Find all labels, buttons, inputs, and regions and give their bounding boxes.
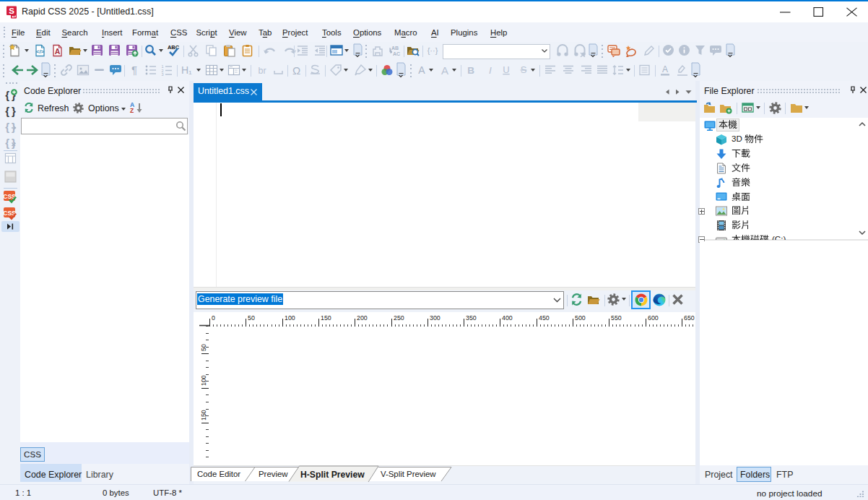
svg-text:AC: AC [393,51,400,56]
svg-text:550: 550 [611,314,622,322]
svg-text:100: 100 [285,314,295,322]
svg-text:U: U [503,64,509,75]
svg-text:{ }: { } [5,137,16,149]
svg-text:600: 600 [648,314,659,322]
svg-text:S: S [521,64,527,75]
svg-text:500: 500 [575,314,586,322]
svg-text:650: 650 [684,314,695,322]
svg-text:100: 100 [200,375,207,386]
svg-text:250: 250 [394,314,404,322]
svg-text:350: 350 [466,314,477,322]
svg-text:Ω: Ω [292,64,300,77]
svg-text:50: 50 [200,344,207,351]
svg-text:H₁: H₁ [181,64,192,76]
svg-text:300: 300 [430,314,440,322]
svg-text:AB: AB [391,46,399,51]
svg-text:200: 200 [357,314,368,322]
svg-text:A: A [418,64,425,76]
svg-text:50: 50 [248,314,255,322]
svg-text:br: br [258,66,266,76]
svg-text:3: 3 [161,72,163,77]
svg-text:150: 150 [321,314,331,322]
svg-text:{ }: { } [5,105,16,117]
svg-text:B: B [467,65,474,76]
svg-text:400: 400 [502,314,513,322]
svg-text:150: 150 [200,410,207,421]
svg-text:</>: </> [36,48,45,55]
svg-text:A: A [55,47,61,56]
svg-text:A: A [441,64,448,77]
svg-text:{··}: {··} [428,46,438,55]
svg-text:¶: ¶ [131,64,137,76]
svg-text:0: 0 [212,314,215,322]
svg-text:450: 450 [539,314,550,322]
svg-text:S: S [9,7,14,15]
svg-text:I: I [489,65,492,76]
svg-text:A: A [662,64,668,74]
